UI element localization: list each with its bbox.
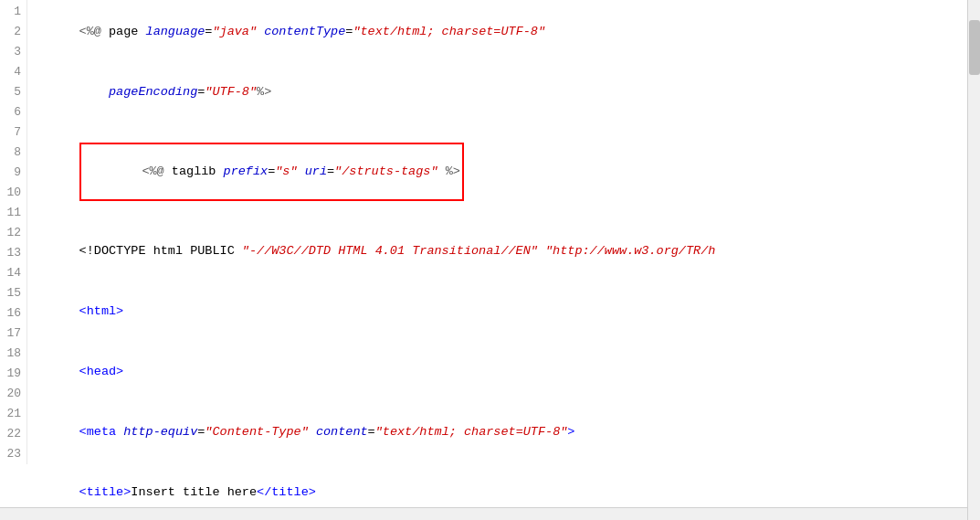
horizontal-scrollbar[interactable] <box>0 507 967 520</box>
code-line-8: <title>Insert title here</title> <box>35 462 960 507</box>
code-line-2: pageEncoding="UTF-8"%> <box>35 62 960 122</box>
code-line-6: <head> <box>35 342 960 402</box>
code-area[interactable]: <%@ page language="java" contentType="te… <box>27 0 967 507</box>
vertical-scrollbar[interactable] <box>967 0 980 520</box>
line-numbers: 1 2 3 4 5 6 7 8 9 10 11 12 13 14 15 16 1… <box>0 0 27 464</box>
code-line-3: <%@ taglib prefix="s" uri="/struts-tags"… <box>35 122 960 221</box>
code-line-5: <html> <box>35 281 960 342</box>
code-line-4: <!DOCTYPE html PUBLIC "-//W3C//DTD HTML … <box>35 221 960 281</box>
scrollbar-thumb[interactable] <box>969 20 980 75</box>
code-line-1: <%@ page language="java" contentType="te… <box>35 2 960 62</box>
editor-container: 1 2 3 4 5 6 7 8 9 10 11 12 13 14 15 16 1… <box>0 0 980 520</box>
code-line-7: <meta http-equiv="Content-Type" content=… <box>35 402 960 462</box>
